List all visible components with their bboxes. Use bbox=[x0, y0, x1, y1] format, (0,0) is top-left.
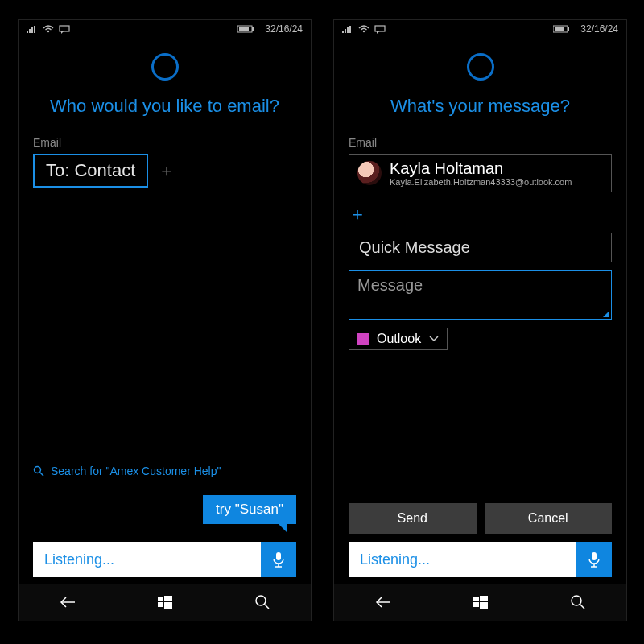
resize-handle-icon[interactable] bbox=[601, 309, 609, 317]
svg-rect-21 bbox=[342, 31, 344, 33]
add-recipient-icon[interactable]: ＋ bbox=[349, 204, 366, 224]
svg-rect-5 bbox=[60, 26, 69, 31]
suggestion-bubble[interactable]: try "Susan" bbox=[203, 495, 296, 524]
search-hint[interactable]: Search for "Amex Customer Help" bbox=[33, 464, 221, 477]
status-bar: 32/16/24 bbox=[19, 20, 311, 38]
recipient-name: Kayla Holtaman bbox=[390, 159, 572, 177]
svg-rect-35 bbox=[480, 596, 488, 601]
svg-rect-23 bbox=[347, 27, 349, 33]
assistant-prompt: What's your message? bbox=[334, 96, 626, 125]
svg-point-38 bbox=[572, 596, 581, 605]
to-contact-field[interactable]: To: Contact bbox=[33, 154, 148, 188]
cancel-button[interactable]: Cancel bbox=[485, 503, 613, 534]
back-button[interactable] bbox=[367, 586, 399, 618]
svg-point-4 bbox=[47, 31, 49, 32]
subject-field[interactable]: Quick Message bbox=[349, 233, 612, 262]
cortana-ring-area bbox=[19, 38, 311, 96]
search-button[interactable] bbox=[246, 586, 279, 618]
svg-rect-30 bbox=[592, 552, 597, 560]
section-label-email: Email bbox=[19, 125, 311, 154]
recipient-card[interactable]: Kayla Holtaman Kayla.Elizabeth.Holtzman4… bbox=[349, 154, 612, 192]
assistant-prompt: Who would you like to email? bbox=[19, 96, 311, 125]
svg-rect-8 bbox=[239, 27, 249, 31]
status-bar: 32/16/24 bbox=[334, 20, 626, 38]
battery-icon bbox=[553, 25, 571, 33]
svg-rect-1 bbox=[29, 29, 31, 33]
back-button[interactable] bbox=[52, 586, 84, 618]
svg-rect-16 bbox=[164, 596, 172, 601]
message-placeholder: Message bbox=[357, 276, 423, 294]
cortana-ring-icon[interactable] bbox=[467, 53, 494, 80]
start-button[interactable] bbox=[464, 586, 497, 618]
send-button[interactable]: Send bbox=[349, 503, 477, 534]
svg-rect-17 bbox=[158, 602, 163, 607]
phone-screen-recipient: 32/16/24 Who would you like to email? Em… bbox=[18, 19, 312, 621]
account-dropdown[interactable]: Outlook bbox=[349, 328, 448, 350]
wifi-icon bbox=[358, 25, 369, 33]
listening-bar[interactable]: Listening... bbox=[349, 542, 612, 577]
listening-text: Listening... bbox=[33, 551, 261, 568]
chevron-down-icon bbox=[429, 333, 439, 345]
account-color-swatch bbox=[357, 333, 369, 345]
svg-rect-37 bbox=[480, 602, 488, 609]
svg-rect-11 bbox=[276, 552, 281, 560]
message-field[interactable]: Message bbox=[349, 270, 612, 320]
section-label-email: Email bbox=[334, 125, 626, 154]
cortana-ring-icon[interactable] bbox=[151, 53, 179, 80]
svg-rect-15 bbox=[158, 597, 163, 601]
svg-line-20 bbox=[264, 605, 269, 609]
mic-button[interactable] bbox=[261, 542, 296, 577]
signal-icon bbox=[342, 25, 353, 33]
svg-rect-3 bbox=[34, 26, 35, 33]
recipient-address: Kayla.Elizabeth.Holtzman43333@outlook.co… bbox=[390, 177, 572, 187]
nav-bar bbox=[19, 584, 311, 621]
svg-point-19 bbox=[256, 596, 266, 605]
svg-rect-29 bbox=[555, 27, 564, 31]
svg-point-25 bbox=[363, 31, 365, 32]
svg-rect-2 bbox=[31, 27, 33, 33]
notification-icon bbox=[59, 25, 70, 34]
add-recipient-icon[interactable]: ＋ bbox=[158, 159, 175, 183]
mic-button[interactable] bbox=[576, 542, 612, 577]
svg-point-9 bbox=[35, 467, 41, 473]
signal-icon bbox=[27, 25, 38, 33]
avatar bbox=[357, 161, 382, 185]
phone-screen-message: 32/16/24 What's your message? Email Kayl… bbox=[333, 19, 627, 621]
svg-rect-34 bbox=[473, 597, 479, 601]
listening-text: Listening... bbox=[349, 551, 576, 568]
svg-line-39 bbox=[580, 605, 584, 609]
search-hint-text: Search for "Amex Customer Help" bbox=[51, 464, 221, 477]
svg-rect-26 bbox=[375, 26, 385, 31]
start-button[interactable] bbox=[149, 586, 181, 618]
search-icon bbox=[33, 465, 44, 477]
status-time: 32/16/24 bbox=[265, 23, 303, 35]
listening-bar[interactable]: Listening... bbox=[33, 542, 296, 577]
svg-rect-18 bbox=[164, 602, 172, 609]
notification-icon bbox=[374, 25, 386, 34]
svg-rect-22 bbox=[345, 29, 346, 33]
cortana-ring-area bbox=[334, 38, 626, 96]
svg-rect-28 bbox=[568, 27, 569, 31]
svg-rect-7 bbox=[252, 27, 254, 31]
search-button[interactable] bbox=[562, 586, 594, 618]
svg-rect-24 bbox=[349, 26, 351, 33]
svg-rect-36 bbox=[473, 602, 479, 607]
status-time: 32/16/24 bbox=[580, 23, 618, 35]
svg-line-10 bbox=[40, 473, 44, 477]
nav-bar bbox=[334, 584, 626, 621]
battery-icon bbox=[237, 25, 255, 33]
svg-rect-0 bbox=[27, 31, 28, 33]
wifi-icon bbox=[43, 25, 54, 33]
account-name: Outlook bbox=[377, 332, 421, 346]
